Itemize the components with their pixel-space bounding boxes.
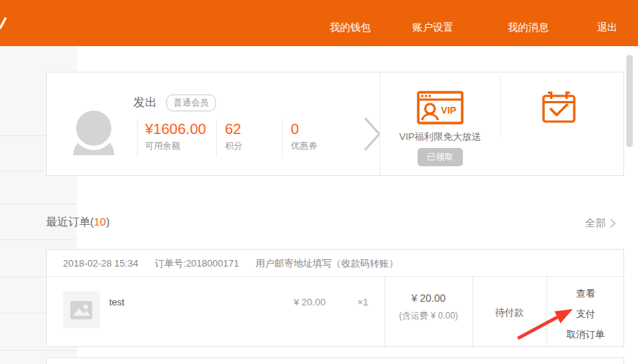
coupons-value: 0 xyxy=(291,121,317,138)
view-all-label: 全部 xyxy=(585,217,606,230)
orders-count: 10 xyxy=(94,215,106,228)
scrollbar-thumb[interactable] xyxy=(626,55,633,147)
divider xyxy=(500,76,501,138)
recent-orders-title: 最近订单(10) xyxy=(46,215,110,229)
points-label: 积分 xyxy=(225,140,242,152)
order-actions-column: 查看 支付 取消订单 xyxy=(546,283,625,345)
product-name-link[interactable]: test xyxy=(109,297,125,308)
divider xyxy=(216,119,217,157)
user-summary-card: 发出 普通会员 ¥1606.00 可用余额 62 积分 0 优惠券 xyxy=(46,72,624,176)
recent-orders-label: 最近订单 xyxy=(46,215,90,228)
divider xyxy=(282,119,283,157)
image-icon xyxy=(70,301,92,319)
nav-account-settings[interactable]: 账户设置 xyxy=(412,21,453,34)
top-nav-bar: 我的钱包 账户设置 我的消息 退出 xyxy=(0,0,638,46)
order-status: 待付款 xyxy=(472,306,546,319)
order-card: 2018-02-28 15:34 订单号:2018000171 用户邮寄地址填写… xyxy=(46,249,624,347)
logo-fragment-icon xyxy=(0,16,9,29)
view-all-orders-link[interactable]: 全部 xyxy=(585,217,616,230)
product-image-placeholder[interactable] xyxy=(63,291,100,328)
item-quantity: ×1 xyxy=(357,297,368,308)
vip-claimed-wrap: 已领取 xyxy=(381,148,500,166)
vip-promo-icon[interactable]: VIP xyxy=(417,91,464,125)
order-header: 2018-02-28 15:34 订单号:2018000171 用户邮寄地址填写… xyxy=(47,250,623,277)
action-cancel-order-link[interactable]: 取消订单 xyxy=(546,324,625,345)
username: 发出 xyxy=(133,95,157,111)
order-datetime: 2018-02-28 15:34 xyxy=(63,258,138,269)
next-order-card-partial xyxy=(46,357,624,364)
order-body: test ¥ 20.00 ×1 ¥ 20.00 (含运费 ¥ 0.00) 待付款… xyxy=(47,277,623,346)
balance-stat: ¥1606.00 可用余额 xyxy=(145,121,208,152)
chevron-right-icon xyxy=(609,218,616,229)
points-stat: 62 积分 xyxy=(225,121,242,152)
page: 我的钱包 账户设置 我的消息 退出 发出 普通会员 xyxy=(0,0,638,364)
shipping-note: (含运费 ¥ 0.00) xyxy=(385,310,472,322)
vip-claimed-button[interactable]: 已领取 xyxy=(418,148,463,166)
order-total: ¥ 20.00 xyxy=(385,292,472,304)
user-avatar[interactable] xyxy=(70,110,118,155)
divider xyxy=(379,73,380,175)
action-pay-link[interactable]: 支付 xyxy=(546,304,625,324)
divider xyxy=(137,119,138,157)
nav-my-messages[interactable]: 我的消息 xyxy=(508,21,549,34)
order-number: 订单号:2018000171 xyxy=(155,258,239,269)
username-row: 发出 普通会员 xyxy=(133,94,216,111)
paren: ) xyxy=(106,215,110,228)
balance-label: 可用余额 xyxy=(145,140,208,152)
item-price: ¥ 20.00 xyxy=(294,297,325,308)
nav-my-wallet[interactable]: 我的钱包 xyxy=(330,21,371,34)
action-view-link[interactable]: 查看 xyxy=(546,283,625,304)
coupons-label: 优惠券 xyxy=(291,140,317,152)
coupons-stat: 0 优惠券 xyxy=(291,121,317,152)
order-total-column: ¥ 20.00 (含运费 ¥ 0.00) xyxy=(385,292,472,322)
checkin-calendar-icon[interactable] xyxy=(542,91,576,123)
nav-logout[interactable]: 退出 xyxy=(597,21,617,34)
vip-promo-title: VIP福利限免大放送 xyxy=(381,130,500,144)
balance-value: ¥1606.00 xyxy=(145,121,208,138)
svg-text:VIP: VIP xyxy=(441,105,456,116)
points-value: 62 xyxy=(225,121,242,138)
order-note: 用户邮寄地址填写（收款码转账） xyxy=(256,258,398,269)
member-level-badge: 普通会员 xyxy=(166,94,216,111)
